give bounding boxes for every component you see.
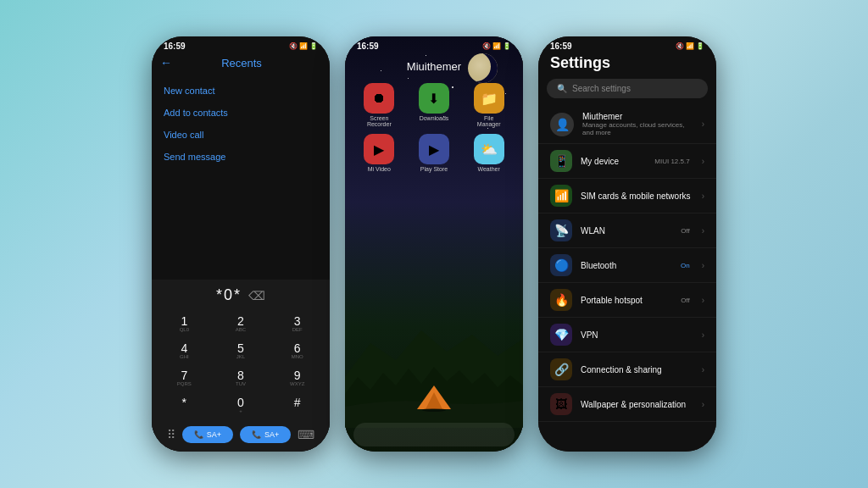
- delete-icon[interactable]: ⌫: [248, 289, 265, 302]
- account-name: Miuthemer: [582, 112, 693, 121]
- sim-cards-item[interactable]: 📶 SIM cards & mobile networks ›: [538, 179, 716, 214]
- dial-key-9[interactable]: 9WXYZ: [270, 365, 325, 391]
- wlan-label: WLAN: [581, 226, 672, 236]
- dial-key-star[interactable]: *: [157, 392, 212, 418]
- hotspot-chevron: ›: [702, 296, 704, 305]
- vpn-icon: 💎: [550, 324, 572, 346]
- connection-sharing-label: Connection & sharing: [581, 365, 693, 374]
- bluetooth-label: Bluetooth: [581, 261, 672, 270]
- call-button-1[interactable]: 📞 SA+: [182, 426, 233, 443]
- launcher-title: Miuithemer: [345, 60, 523, 73]
- wlan-item[interactable]: 📡 WLAN Off ›: [538, 214, 716, 248]
- wallpaper-label: Wallpaper & personalization: [581, 400, 693, 409]
- bottom-bar: ⠿ 📞 SA+ 📞 SA+ ⌨: [157, 423, 325, 446]
- downloads-label: Downloads: [420, 115, 449, 121]
- search-placeholder: Search settings: [572, 84, 631, 93]
- app-play-store[interactable]: ▶ Play Store: [410, 134, 459, 172]
- dial-key-hash[interactable]: #: [270, 392, 325, 418]
- mi-video-label: Mi Video: [368, 166, 391, 172]
- launcher-bg: 16:59 🔇 📶 🔋: [345, 36, 523, 452]
- app-file-manager[interactable]: 📁 FileManager: [465, 83, 513, 127]
- send-message-action[interactable]: Send message: [164, 146, 318, 168]
- my-device-chevron: ›: [702, 157, 704, 166]
- my-device-item[interactable]: 📱 My device MIUI 12.5.7 ›: [538, 144, 716, 179]
- search-icon: 🔍: [557, 84, 567, 93]
- account-sub: Manage accounts, cloud services, and mor…: [582, 121, 693, 136]
- app-weather[interactable]: ⛅ Weather: [465, 134, 513, 172]
- play-store-label: Play Store: [420, 166, 448, 172]
- dial-key-8[interactable]: 8TUV: [214, 365, 269, 391]
- phone-recents: 16:59 🔇 📶 🔋 ← Recents New contact Add to…: [152, 36, 330, 452]
- sim-cards-label: SIM cards & mobile networks: [581, 191, 693, 201]
- dial-key-2[interactable]: 2ABC: [214, 311, 269, 336]
- account-avatar: 👤: [550, 113, 574, 136]
- recents-title: Recents: [179, 57, 304, 69]
- wallpaper-item[interactable]: 🖼 Wallpaper & personalization ›: [538, 387, 716, 422]
- dial-key-0[interactable]: 0+: [214, 392, 269, 418]
- bluetooth-icon: 🔵: [550, 254, 572, 276]
- vpn-item[interactable]: 💎 VPN ›: [538, 318, 716, 352]
- connection-sharing-icon: 🔗: [550, 358, 572, 380]
- wallpaper-icon: 🖼: [550, 393, 572, 415]
- screen-recorder-icon: ⏺: [364, 83, 394, 114]
- bluetooth-chevron: ›: [702, 261, 704, 270]
- add-contacts-action[interactable]: Add to contacts: [164, 102, 318, 124]
- weather-icon: ⛅: [474, 134, 504, 164]
- app-grid: ⏺ ScreenRecorder ⬇ Downloads 📁 FileManag…: [355, 83, 513, 172]
- dial-key-5[interactable]: 5JKL: [214, 338, 269, 363]
- app-screen-recorder[interactable]: ⏺ ScreenRecorder: [355, 83, 403, 127]
- time-1: 16:59: [164, 42, 186, 51]
- dial-number: *0*: [216, 286, 242, 304]
- connection-sharing-item[interactable]: 🔗 Connection & sharing ›: [538, 352, 716, 387]
- landscape-svg: [345, 292, 523, 428]
- new-contact-action[interactable]: New contact: [164, 80, 318, 102]
- bluetooth-item[interactable]: 🔵 Bluetooth On ›: [538, 248, 716, 283]
- call-button-2[interactable]: 📞 SA+: [240, 426, 291, 443]
- status-bar-2: 16:59 🔇 📶 🔋: [345, 36, 523, 53]
- downloads-icon: ⬇: [419, 83, 449, 114]
- account-chevron: ›: [702, 119, 704, 129]
- hotspot-label: Portable hotspot: [581, 296, 672, 305]
- dialpad-section: *0* ⌫ 1QL0 2ABC 3DEF 4GHI 5JKL 6MNO 7PQR…: [152, 280, 330, 452]
- phone-settings: 16:59 🔇 📶 🔋 Settings 🔍 Search settings 👤…: [538, 36, 716, 452]
- my-device-label: My device: [581, 157, 646, 166]
- svg-point-0: [422, 408, 446, 412]
- time-3: 16:59: [550, 42, 572, 51]
- grid-icon[interactable]: ⠿: [167, 428, 175, 441]
- app-downloads[interactable]: ⬇ Downloads: [410, 83, 459, 127]
- time-2: 16:59: [357, 42, 379, 51]
- back-button[interactable]: ←: [160, 56, 172, 69]
- weather-label: Weather: [477, 166, 499, 172]
- status-bar-3: 16:59 🔇 📶 🔋: [538, 36, 716, 53]
- file-manager-label: FileManager: [477, 115, 501, 127]
- call-btn-2-label: SA+: [264, 430, 279, 439]
- my-device-icon: 📱: [550, 150, 572, 172]
- vpn-label: VPN: [581, 330, 693, 340]
- phone-launcher: 16:59 🔇 📶 🔋: [345, 36, 523, 452]
- call-btn-1-label: SA+: [207, 430, 221, 439]
- hotspot-status: Off: [681, 297, 690, 304]
- mi-video-icon: ▶: [364, 134, 394, 164]
- dial-key-3[interactable]: 3DEF: [270, 311, 325, 336]
- dial-key-7[interactable]: 7PQRS: [157, 365, 212, 391]
- file-manager-icon: 📁: [474, 83, 504, 114]
- dial-key-6[interactable]: 6MNO: [270, 338, 325, 363]
- sim-cards-chevron: ›: [702, 191, 704, 201]
- status-icons-1: 🔇 📶 🔋: [289, 42, 318, 50]
- hotspot-icon: 🔥: [550, 289, 572, 311]
- vpn-chevron: ›: [702, 330, 704, 340]
- sim-cards-icon: 📶: [550, 185, 572, 207]
- dial-key-1[interactable]: 1QL0: [157, 311, 212, 336]
- wlan-icon: 📡: [550, 219, 572, 241]
- settings-title: Settings: [538, 53, 716, 79]
- app-mi-video[interactable]: ▶ Mi Video: [355, 134, 403, 172]
- bluetooth-status: On: [681, 262, 690, 269]
- wallpaper-chevron: ›: [702, 400, 704, 409]
- account-item[interactable]: 👤 Miuthemer Manage accounts, cloud servi…: [538, 105, 716, 144]
- settings-search-bar[interactable]: 🔍 Search settings: [547, 79, 708, 98]
- dial-key-4[interactable]: 4GHI: [157, 338, 212, 363]
- keyboard-icon[interactable]: ⌨: [298, 428, 314, 441]
- hotspot-item[interactable]: 🔥 Portable hotspot Off ›: [538, 283, 716, 318]
- video-call-action[interactable]: Video call: [164, 124, 318, 146]
- settings-screen: 16:59 🔇 📶 🔋 Settings 🔍 Search settings 👤…: [538, 36, 716, 452]
